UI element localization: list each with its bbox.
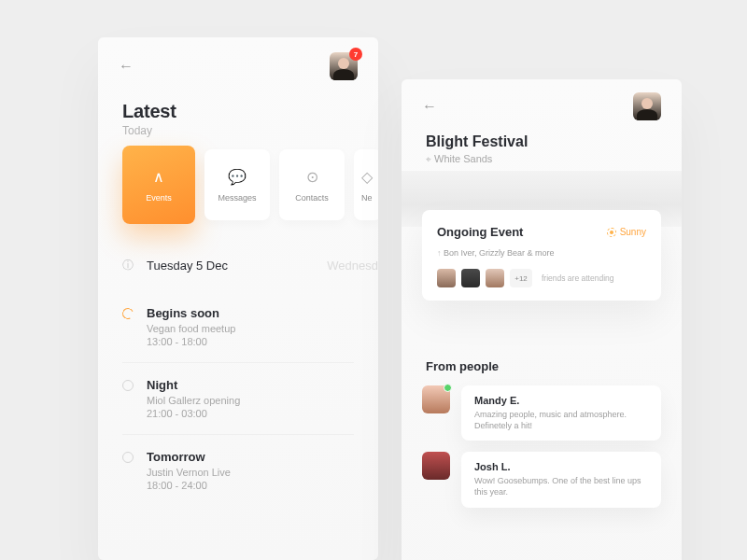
event-item[interactable]: Tomorrow Justin Vernon Live 18:00 - 24:0… xyxy=(122,435,354,506)
review-item[interactable]: Mandy E. Amazing people, music and atmos… xyxy=(422,385,661,441)
profile-button[interactable] xyxy=(633,92,661,120)
messages-icon: 💬 xyxy=(228,168,247,186)
review-avatar xyxy=(422,452,450,480)
back-button[interactable]: ← xyxy=(422,98,437,115)
review-avatar xyxy=(422,385,450,413)
review-bubble: Josh L. Wow! Goosebumps. One of the best… xyxy=(461,452,661,507)
event-time: 21:00 - 03:00 xyxy=(147,408,240,419)
section-heading: From people xyxy=(426,359,499,373)
review-name: Mandy E. xyxy=(474,395,648,406)
review-text: Amazing people, music and atmosphere. De… xyxy=(474,409,648,431)
tab-next[interactable]: ◇ Ne xyxy=(354,149,378,220)
weather-badge: Sunny xyxy=(607,227,646,237)
event-time: 18:00 - 24:00 xyxy=(147,480,231,491)
ongoing-card[interactable]: Ongoing Event Sunny Bon Iver, Grizzly Be… xyxy=(422,210,661,301)
event-item[interactable]: Begins soon Vegan food meetup 13:00 - 18… xyxy=(122,291,354,363)
review-item[interactable]: Josh L. Wow! Goosebumps. One of the best… xyxy=(422,452,661,507)
subtitle-text: Today xyxy=(122,124,176,137)
event-label: Night xyxy=(147,378,240,392)
event-time: 13:00 - 18:00 xyxy=(147,336,235,347)
event-desc: Justin Vernon Live xyxy=(147,467,231,478)
review-text: Wow! Goosebumps. One of the best line up… xyxy=(474,475,648,497)
event-desc: Vegan food meetup xyxy=(147,323,235,334)
back-button[interactable]: ← xyxy=(119,58,134,75)
status-icon xyxy=(120,306,134,320)
attendee-more: +12 xyxy=(510,269,532,287)
title-text: Latest xyxy=(122,101,176,122)
event-desc: Miol Gallerz opening xyxy=(147,395,240,406)
attendees-row[interactable]: +12 friends are attending xyxy=(437,269,646,287)
info-icon: ⓘ xyxy=(122,258,134,273)
category-tabs: ∧ Events 💬 Messages ⊙ Contacts ◇ Ne xyxy=(122,149,378,224)
status-icon xyxy=(122,380,134,391)
events-icon: ∧ xyxy=(153,168,164,186)
lineup-text: Bon Iver, Grizzly Bear & more xyxy=(437,248,646,258)
profile-button[interactable]: 7 xyxy=(330,52,358,80)
event-label: Tomorrow xyxy=(147,450,231,464)
attendee-text: friends are attending xyxy=(542,273,614,283)
event-location: White Sands xyxy=(426,153,528,165)
feed-screen: ← 7 Latest Today ∧ Events 💬 Messages ⊙ C… xyxy=(98,37,378,560)
contacts-icon: ⊙ xyxy=(306,168,318,186)
notification-badge: 7 xyxy=(349,48,362,61)
page-title: Latest Today xyxy=(122,101,176,137)
review-name: Josh L. xyxy=(474,461,648,472)
tab-label: Messages xyxy=(218,193,256,203)
attendee-avatar xyxy=(437,269,456,287)
avatar xyxy=(633,92,661,120)
date-selector[interactable]: ⓘ Tuesday 5 Dec Wednesd xyxy=(122,258,378,273)
status-icon xyxy=(122,452,134,463)
attendee-avatar xyxy=(486,269,504,287)
event-detail-screen: ← Blight Festival White Sands Ongoing Ev… xyxy=(402,79,682,560)
weather-label: Sunny xyxy=(620,227,646,237)
tab-messages[interactable]: 💬 Messages xyxy=(204,149,270,220)
event-header: Blight Festival White Sands xyxy=(426,133,528,165)
event-title: Blight Festival xyxy=(426,133,528,150)
tab-label: Ne xyxy=(361,193,373,203)
card-heading: Ongoing Event xyxy=(437,225,523,239)
more-icon: ◇ xyxy=(361,168,373,186)
event-item[interactable]: Night Miol Gallerz opening 21:00 - 03:00 xyxy=(122,363,354,435)
tab-contacts[interactable]: ⊙ Contacts xyxy=(279,149,345,220)
tab-label: Contacts xyxy=(295,193,329,203)
review-bubble: Mandy E. Amazing people, music and atmos… xyxy=(461,385,661,441)
sun-icon xyxy=(607,228,616,237)
event-label: Begins soon xyxy=(147,306,235,320)
events-list: Begins soon Vegan food meetup 13:00 - 18… xyxy=(122,291,354,506)
current-date: Tuesday 5 Dec xyxy=(147,259,228,273)
tab-label: Events xyxy=(146,193,172,203)
reviews-list: Mandy E. Amazing people, music and atmos… xyxy=(422,385,661,508)
next-date: Wednesd xyxy=(327,259,378,273)
attendee-avatar xyxy=(461,269,480,287)
tab-events[interactable]: ∧ Events xyxy=(122,146,195,224)
